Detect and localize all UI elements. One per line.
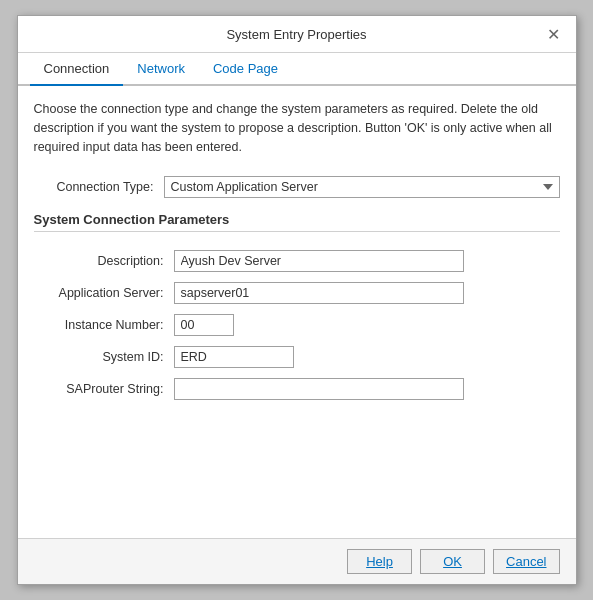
description-input[interactable] [174,250,464,272]
ok-button[interactable]: OK [420,549,485,574]
param-label-description: Description: [34,254,164,268]
param-label-instance-number: Instance Number: [34,318,164,332]
connection-type-row: Connection Type: Custom Application Serv… [34,176,560,198]
param-row-description: Description: [34,250,560,272]
saprouter-input[interactable] [174,378,464,400]
dialog: System Entry Properties ✕ Connection Net… [17,15,577,585]
help-button[interactable]: Help [347,549,412,574]
tab-network[interactable]: Network [123,53,199,86]
connection-type-select[interactable]: Custom Application Server [164,176,560,198]
section-title: System Connection Parameters [34,212,560,232]
param-label-saprouter: SAProuter String: [34,382,164,396]
tab-bar: Connection Network Code Page [18,53,576,86]
param-row-saprouter: SAProuter String: [34,378,560,400]
title-bar: System Entry Properties ✕ [18,16,576,53]
description-text: Choose the connection type and change th… [34,100,560,156]
close-button[interactable]: ✕ [544,24,564,44]
system-id-input[interactable] [174,346,294,368]
footer: Help OK Cancel [18,538,576,584]
params-grid: Description: Application Server: Instanc… [34,250,560,400]
cancel-button[interactable]: Cancel [493,549,559,574]
instance-number-input[interactable] [174,314,234,336]
param-row-app-server: Application Server: [34,282,560,304]
param-label-app-server: Application Server: [34,286,164,300]
tab-connection[interactable]: Connection [30,53,124,86]
dialog-title: System Entry Properties [50,27,544,42]
param-label-system-id: System ID: [34,350,164,364]
tab-codepage[interactable]: Code Page [199,53,292,86]
param-row-system-id: System ID: [34,346,560,368]
connection-type-label: Connection Type: [34,180,154,194]
app-server-input[interactable] [174,282,464,304]
content-area: Choose the connection type and change th… [18,86,576,538]
param-row-instance-number: Instance Number: [34,314,560,336]
